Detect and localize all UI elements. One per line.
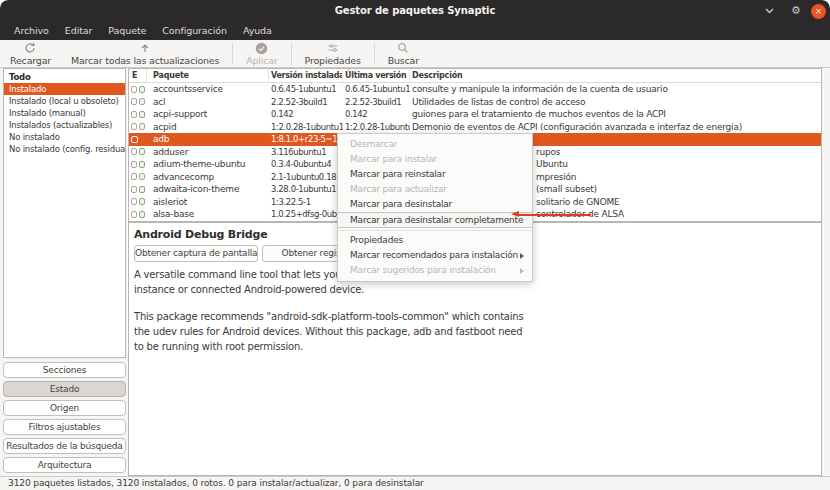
menu-item-marcar-actualizar[interactable]: Marcar para actualizar [338, 182, 532, 197]
filter-list: Todo Instalado Instalado (local u obsole… [3, 68, 126, 358]
toolbar-separator [232, 43, 233, 65]
package-name: adium-theme-ubuntu [147, 158, 269, 170]
mark-all-upgrades-icon [139, 42, 151, 55]
table-row[interactable]: acl 2.2.52-3build1 2.2.52-3build1 Utilid… [129, 96, 821, 109]
sidebar-button-secciones[interactable]: Secciones [3, 362, 126, 378]
package-supported-icon [139, 123, 145, 130]
installed-version: 2.2.52-3build1 [269, 96, 343, 108]
filter-item-no-instalado[interactable]: No instalado [4, 131, 125, 143]
sidebar-button-estado[interactable]: Estado [3, 381, 126, 397]
table-row[interactable]: acpi-support 0.142 0.142 guiones para el… [129, 108, 821, 121]
properties-button[interactable]: Propiedades [295, 40, 371, 68]
latest-version: 0.6.45-1ubuntu1 [343, 83, 410, 95]
toolbar-separator [291, 43, 292, 65]
filter-item-todo[interactable]: Todo [4, 71, 125, 83]
column-header-paquete[interactable]: Paquete [147, 69, 269, 82]
package-description: Demonio de eventos de ACPI (configuració… [410, 121, 821, 133]
menu-paquete[interactable]: Paquete [100, 22, 154, 40]
close-button[interactable]: × [811, 4, 826, 19]
filter-item-manual[interactable]: Instalado (manual) [4, 107, 125, 119]
installed-version: 1:3.22.5-1 [269, 196, 343, 208]
settings-gear-icon[interactable]: ⚙ [791, 3, 801, 19]
get-screenshot-button[interactable]: Obtener captura de pantalla [134, 245, 258, 262]
menu-separator [339, 230, 531, 231]
properties-icon [327, 42, 339, 55]
menubar: Archivo Editar Paquete Configuración Ayu… [0, 22, 830, 40]
menu-editar[interactable]: Editar [57, 22, 101, 40]
context-menu: Desmarcar Marcar para instalar Marcar pa… [337, 133, 533, 282]
package-status-icon [131, 98, 137, 105]
menu-item-marcar-sugeridos[interactable]: Marcar sugeridos para instalación [338, 263, 532, 278]
package-name: alsa-base [147, 208, 269, 220]
filter-item-instalado[interactable]: Instalado [4, 83, 125, 95]
filter-item-actualizables[interactable]: Instalados (actualizables) [4, 119, 125, 131]
table-header-row: E Paquete Versión instalada Última versi… [129, 69, 821, 83]
sidebar-button-origen[interactable]: Origen [3, 400, 126, 416]
menu-item-desmarcar[interactable]: Desmarcar [338, 137, 532, 152]
sidebar-button-filtros[interactable]: Filtros ajustables [3, 419, 126, 435]
mark-all-upgrades-label: Marcar todas las actualizaciones [71, 55, 219, 66]
submenu-arrow-icon [520, 253, 524, 259]
column-header-descripcion[interactable]: Descripción [410, 69, 821, 82]
package-supported-icon [139, 148, 145, 155]
package-status-icon [131, 173, 137, 180]
menu-item-marcar-desinstalar[interactable]: Marcar para desinstalar [338, 197, 532, 212]
synaptic-window: Gestor de paquetes Synaptic ⚙ × Archivo … [0, 0, 830, 490]
package-description: Utilidades de listas de control de acces… [410, 96, 821, 108]
package-supported-icon [139, 198, 145, 205]
menu-item-label: Marcar recomendados para instalación [350, 250, 518, 260]
search-label: Buscar [388, 55, 419, 66]
sidebar-button-resultados[interactable]: Resultados de la búsqueda [3, 438, 126, 454]
package-name: aisleriot [147, 196, 269, 208]
description-line: instance or connected Android-powered de… [134, 282, 816, 297]
package-name: acpi-support [147, 108, 269, 120]
window-title: Gestor de paquetes Synaptic [0, 0, 830, 22]
package-name: advancecomp [147, 171, 269, 183]
package-status-icon [131, 86, 137, 93]
package-status-icon [131, 161, 137, 168]
installed-version: 0.6.45-1ubuntu1 [269, 83, 343, 95]
mark-all-upgrades-button[interactable]: Marcar todas las actualizaciones [61, 40, 229, 68]
package-status-icon [131, 186, 137, 193]
reload-button[interactable]: Recargar [0, 40, 61, 68]
column-header-version-instalada[interactable]: Versión instalada [269, 69, 343, 82]
latest-version: 2.2.52-3build1 [343, 96, 410, 108]
sidebar-button-arquitectura[interactable]: Arquitectura [3, 457, 126, 473]
menu-item-marcar-recomendados[interactable]: Marcar recomendados para instalación [338, 248, 532, 263]
package-name: accountsservice [147, 83, 269, 95]
status-text: 3120 paquetes listados, 3120 instalados,… [0, 477, 830, 490]
column-header-ultima-version[interactable]: Última versión [343, 69, 410, 82]
installed-version: 3.116ubuntu1 [269, 146, 343, 158]
apply-button[interactable]: Aplicar [236, 40, 287, 68]
menu-archivo[interactable]: Archivo [6, 22, 57, 40]
installed-version: 2.1-1ubuntu0.18.0 [269, 171, 343, 183]
chevron-down-icon[interactable] [764, 4, 775, 17]
table-row[interactable]: acpid 1:2.0.28-1ubuntu1 1:2.0.28-1ubuntu… [129, 121, 821, 134]
installed-version: 0.142 [269, 108, 343, 120]
statusbar: 3120 paquetes listados, 3120 instalados,… [0, 476, 830, 490]
filter-item-config-residual[interactable]: No instalado (config. residual) [4, 143, 125, 155]
installed-version: 1:2.0.28-1ubuntu1 [269, 121, 343, 133]
table-row[interactable]: accountsservice 0.6.45-1ubuntu1 0.6.45-1… [129, 83, 821, 96]
menu-item-marcar-instalar[interactable]: Marcar para instalar [338, 152, 532, 167]
installed-version: 3.28.0-1ubuntu1 [269, 183, 343, 195]
filter-item-local-obsoleto[interactable]: Instalado (local u obsoleto) [4, 95, 125, 107]
menu-item-marcar-reinstalar[interactable]: Marcar para reinstalar [338, 167, 532, 182]
menu-item-propiedades[interactable]: Propiedades [338, 233, 532, 248]
package-supported-icon [139, 211, 145, 218]
apply-icon [255, 42, 268, 55]
titlebar: Gestor de paquetes Synaptic ⚙ × [0, 0, 830, 22]
menu-configuracion[interactable]: Configuración [154, 22, 235, 40]
description-line: the udev rules for Android devices. With… [134, 324, 816, 339]
search-button[interactable]: Buscar [378, 40, 429, 68]
menu-item-marcar-desinstalar-completamente[interactable]: Marcar para desinstalar completamente [338, 212, 532, 228]
submenu-arrow-icon [520, 268, 524, 274]
package-name: adb [147, 133, 269, 145]
properties-label: Propiedades [305, 55, 361, 66]
column-header-estado[interactable]: E [129, 69, 147, 82]
latest-version: 0.142 [343, 108, 410, 120]
arrow-line [518, 214, 591, 216]
menu-ayuda[interactable]: Ayuda [235, 22, 280, 40]
package-status-icon [131, 123, 137, 130]
description-line: This package recommends "android-sdk-pla… [134, 309, 816, 324]
